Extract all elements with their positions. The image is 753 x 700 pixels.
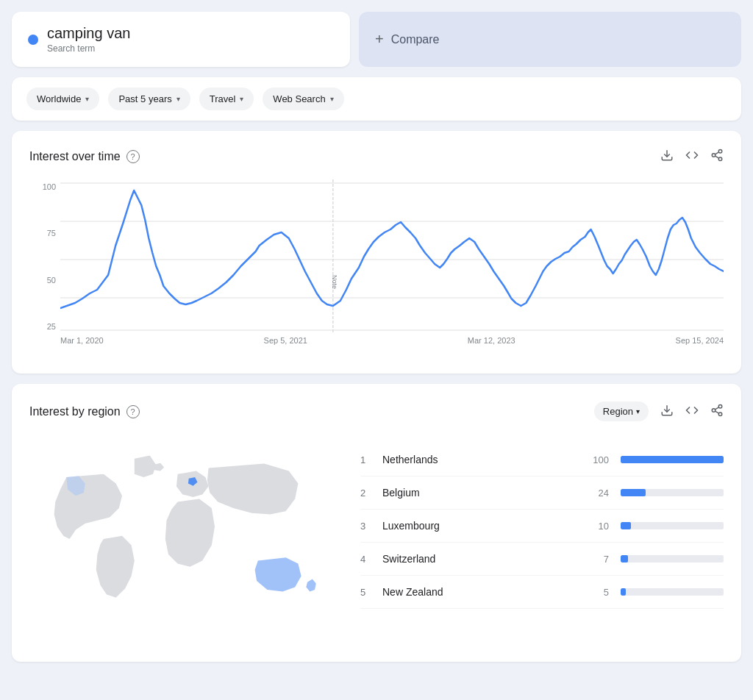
filter-category-button[interactable]: Travel ▾ — [199, 88, 254, 110]
x-label-1: Sep 5, 2021 — [264, 336, 307, 345]
region-embed-icon[interactable] — [685, 404, 699, 420]
x-label-3: Sep 15, 2024 — [676, 336, 724, 345]
x-label-2: Mar 12, 2023 — [468, 336, 515, 345]
region-value: 10 — [588, 521, 609, 532]
chevron-down-icon: ▾ — [85, 95, 89, 103]
filters-bar: Worldwide ▾ Past 5 years ▾ Travel ▾ Web … — [12, 77, 741, 121]
region-card-title: Interest by region ? — [29, 405, 140, 418]
help-icon[interactable]: ? — [126, 150, 140, 163]
y-axis-labels: 100 75 50 25 — [29, 179, 56, 334]
region-value: 24 — [588, 488, 609, 499]
region-bar-fill — [621, 456, 724, 463]
region-bar-container — [621, 555, 724, 562]
region-bar-container — [621, 522, 724, 529]
svg-point-16 — [718, 413, 722, 416]
interest-over-time-card: Interest over time ? 100 75 50 25 — [12, 131, 741, 374]
region-item: 1 Netherlands 100 — [360, 443, 724, 476]
card-header: Interest over time ? — [29, 149, 724, 165]
filter-time-label: Past 5 years — [118, 93, 171, 104]
region-bar-container — [621, 489, 724, 496]
filter-type-label: Web Search — [273, 93, 325, 104]
region-name: Switzerland — [382, 553, 581, 565]
region-value: 7 — [588, 554, 609, 565]
filter-geo-label: Worldwide — [37, 93, 81, 104]
chart-container: 100 75 50 25 Note Mar 1, 2020 Sep 5 — [29, 179, 724, 356]
region-value: 5 — [588, 587, 609, 598]
region-bar-fill — [621, 489, 646, 496]
compare-plus-icon: + — [375, 31, 384, 48]
x-label-0: Mar 1, 2020 — [60, 336, 104, 345]
region-bar-fill — [621, 588, 626, 596]
region-bar-fill — [621, 522, 631, 529]
y-label-75: 75 — [29, 229, 56, 238]
interest-by-region-card: Interest by region ? Region ▾ — [12, 384, 741, 662]
region-download-icon[interactable] — [660, 404, 674, 420]
region-share-icon[interactable] — [710, 404, 724, 420]
svg-line-18 — [715, 407, 718, 409]
filter-time-button[interactable]: Past 5 years ▾ — [108, 88, 190, 110]
svg-point-1 — [718, 150, 722, 154]
region-rank: 2 — [360, 488, 375, 499]
chart-svg: Note — [60, 179, 724, 334]
region-content: 1 Netherlands 100 2 Belgium 24 3 Luxembo… — [29, 436, 724, 644]
svg-line-5 — [715, 152, 718, 154]
region-name: Belgium — [382, 487, 581, 499]
region-list: 1 Netherlands 100 2 Belgium 24 3 Luxembo… — [360, 436, 724, 644]
svg-line-4 — [715, 156, 718, 158]
download-icon[interactable] — [660, 149, 674, 165]
region-rank: 3 — [360, 521, 375, 532]
card-actions — [660, 149, 724, 165]
chevron-down-icon: ▾ — [240, 95, 243, 103]
chevron-down-icon: ▾ — [330, 95, 334, 103]
card-title: Interest over time ? — [29, 150, 140, 163]
region-help-icon[interactable]: ? — [126, 405, 140, 418]
svg-text:Note: Note — [331, 275, 338, 289]
region-card-header: Interest by region ? Region ▾ — [29, 401, 724, 421]
region-rank: 5 — [360, 587, 375, 598]
y-label-25: 25 — [29, 322, 56, 331]
world-map — [29, 436, 338, 644]
svg-point-15 — [712, 408, 715, 412]
x-axis-labels: Mar 1, 2020 Sep 5, 2021 Mar 12, 2023 Sep… — [60, 336, 724, 345]
svg-line-17 — [715, 411, 718, 413]
compare-label: Compare — [391, 33, 440, 46]
svg-point-3 — [718, 157, 722, 161]
search-term-dot — [28, 35, 38, 45]
region-rank: 4 — [360, 554, 375, 565]
chevron-down-icon: ▾ — [176, 95, 180, 103]
region-item: 5 New Zealand 5 — [360, 576, 724, 609]
region-name: Luxembourg — [382, 520, 581, 532]
share-icon[interactable] — [710, 149, 724, 165]
filter-type-button[interactable]: Web Search ▾ — [263, 88, 343, 110]
region-item: 2 Belgium 24 — [360, 476, 724, 510]
y-label-50: 50 — [29, 276, 56, 285]
interest-over-time-title: Interest over time — [29, 150, 121, 163]
search-term-card: camping van Search term — [12, 12, 350, 67]
filter-category-label: Travel — [210, 93, 236, 104]
interest-by-region-title: Interest by region — [29, 405, 121, 418]
region-rank: 1 — [360, 454, 375, 465]
region-bar-container — [621, 456, 724, 463]
search-term-name: camping van — [47, 25, 130, 42]
region-bar-container — [621, 588, 724, 596]
search-term-text: camping van Search term — [47, 25, 130, 54]
region-dropdown-button[interactable]: Region ▾ — [594, 401, 649, 421]
region-name: New Zealand — [382, 586, 581, 598]
region-item: 3 Luxembourg 10 — [360, 510, 724, 543]
svg-point-2 — [712, 154, 715, 157]
world-map-svg — [29, 436, 338, 642]
top-section: camping van Search term + Compare — [12, 12, 741, 67]
region-item: 4 Switzerland 7 — [360, 543, 724, 576]
compare-card[interactable]: + Compare — [359, 12, 741, 67]
region-dropdown-label: Region — [603, 406, 633, 417]
region-card-actions: Region ▾ — [594, 401, 724, 421]
region-chevron-icon: ▾ — [636, 407, 640, 415]
embed-icon[interactable] — [685, 149, 699, 165]
filter-geo-button[interactable]: Worldwide ▾ — [26, 88, 99, 110]
svg-point-14 — [718, 404, 722, 408]
region-value: 100 — [588, 454, 609, 465]
region-bar-fill — [621, 555, 628, 562]
region-name: Netherlands — [382, 454, 581, 465]
y-label-100: 100 — [29, 182, 56, 191]
search-term-label: Search term — [47, 43, 130, 54]
